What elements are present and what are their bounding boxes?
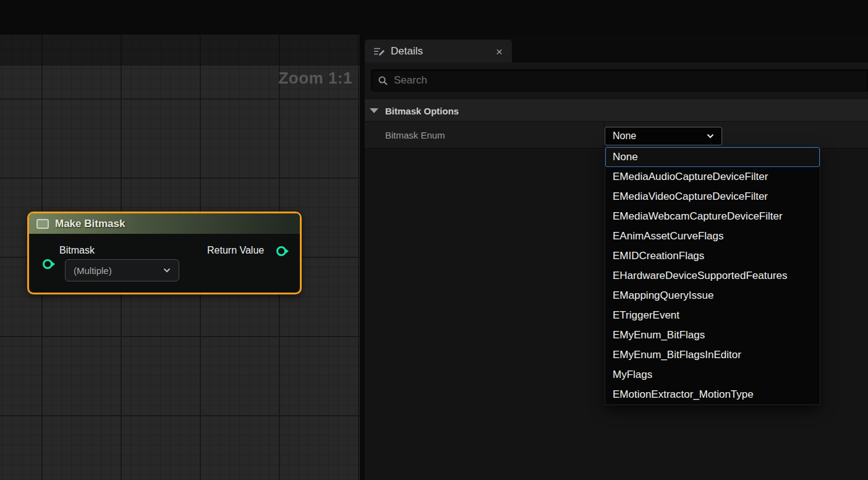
bitmask-enum-dropdown[interactable]: None xyxy=(605,127,722,145)
chevron-down-icon xyxy=(707,134,714,139)
make-bitmask-node[interactable]: Make Bitmask Bitmask (Multiple) Return V… xyxy=(27,212,302,294)
section-bitmask-options[interactable]: Bitmask Options xyxy=(365,100,868,122)
zoom-level-label: Zoom 1:1 xyxy=(278,69,352,88)
enum-option[interactable]: EAnimAssetCurveFlags xyxy=(605,226,820,246)
node-header[interactable]: Make Bitmask xyxy=(29,213,300,234)
enum-option[interactable]: EMyEnum_BitFlags xyxy=(605,325,820,345)
property-row-bitmask-enum: Bitmask Enum None xyxy=(365,122,868,148)
enum-option[interactable]: EMyEnum_BitFlagsInEditor xyxy=(605,345,820,365)
search-bar-row xyxy=(365,62,868,100)
enum-option[interactable]: None xyxy=(605,147,820,167)
collapse-arrow-icon xyxy=(370,108,378,113)
bitmask-pin-label: Bitmask xyxy=(59,245,95,256)
top-toolbar xyxy=(0,0,868,35)
bitmask-value-dropdown[interactable]: (Multiple) xyxy=(65,259,179,281)
tab-bar: Details × xyxy=(365,35,868,62)
enum-option[interactable]: MyFlags xyxy=(605,365,820,385)
bitmask-input-pin[interactable] xyxy=(43,259,53,269)
search-input[interactable] xyxy=(394,70,867,91)
return-value-pin-label: Return Value xyxy=(207,245,264,256)
search-icon xyxy=(378,75,388,86)
property-label-cell: Bitmask Enum xyxy=(365,122,605,148)
close-tab-button[interactable]: × xyxy=(496,45,503,57)
enum-dropdown-list: NoneEMediaAudioCaptureDeviceFilterEMedia… xyxy=(605,147,820,405)
bitmask-value: (Multiple) xyxy=(74,265,112,276)
node-title: Make Bitmask xyxy=(55,218,125,230)
enum-option[interactable]: EMediaWebcamCaptureDeviceFilter xyxy=(605,207,820,226)
tab-details[interactable]: Details × xyxy=(365,40,512,62)
enum-option[interactable]: EMIDCreationFlags xyxy=(605,246,820,266)
enum-option[interactable]: EMappingQueryIssue xyxy=(605,286,820,306)
graph-top-shade xyxy=(0,35,360,66)
enum-option[interactable]: EMediaAudioCaptureDeviceFilter xyxy=(605,167,820,187)
enum-option[interactable]: EHardwareDeviceSupportedFeatures xyxy=(605,266,820,286)
tab-title: Details xyxy=(391,45,423,58)
section-title: Bitmask Options xyxy=(385,106,459,116)
property-value-cell: None xyxy=(605,122,868,148)
property-label: Bitmask Enum xyxy=(385,130,445,140)
enum-option[interactable]: EMotionExtractor_MotionType xyxy=(605,385,820,405)
enum-option[interactable]: ETriggerEvent xyxy=(605,306,820,325)
graph-canvas[interactable]: Zoom 1:1 Make Bitmask Bitmask (Multiple)… xyxy=(0,35,360,480)
details-icon xyxy=(373,46,385,57)
panel-divider[interactable] xyxy=(360,35,365,480)
function-node-icon xyxy=(36,219,49,229)
details-panel: Details × Bitmask Options Bitmask Enum N… xyxy=(365,35,868,480)
search-box xyxy=(371,69,868,92)
chevron-down-icon xyxy=(163,268,171,273)
dropdown-selected-value: None xyxy=(613,131,636,142)
enum-option[interactable]: EMediaVideoCaptureDeviceFilter xyxy=(605,187,820,207)
return-value-output-pin[interactable] xyxy=(276,246,286,256)
